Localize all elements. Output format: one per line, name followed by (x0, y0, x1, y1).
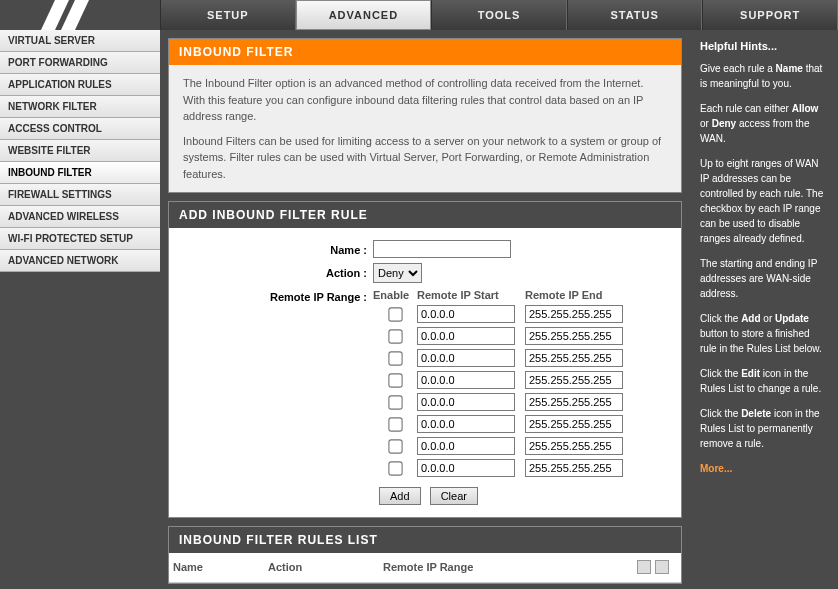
range-end-input[interactable] (525, 459, 623, 477)
sidebar-item[interactable]: VIRTUAL SERVER (0, 30, 160, 52)
range-start-input[interactable] (417, 305, 515, 323)
range-table: Enable Remote IP Start Remote IP End (373, 287, 625, 480)
tab-setup[interactable]: SETUP (160, 0, 296, 30)
sidebar-item[interactable]: WI-FI PROTECTED SETUP (0, 228, 160, 250)
range-end-input[interactable] (525, 437, 623, 455)
range-enable-checkbox[interactable] (388, 307, 402, 321)
range-row (373, 347, 625, 369)
hints-p1: Give each rule a Name that is meaningful… (700, 61, 828, 91)
range-end-input[interactable] (525, 349, 623, 367)
form-body: Name : Action : DenyAllow Remote IP Rang… (169, 228, 681, 517)
intro-text-1: The Inbound Filter option is an advanced… (183, 75, 667, 125)
add-button[interactable]: Add (379, 487, 421, 505)
hints-heading: Helpful Hints... (700, 38, 828, 55)
hints-p6: Click the Edit icon in the Rules List to… (700, 366, 828, 396)
range-row (373, 369, 625, 391)
hints-more-link[interactable]: More... (700, 463, 732, 474)
intro-heading: INBOUND FILTER (169, 39, 681, 65)
range-enable-checkbox[interactable] (388, 439, 402, 453)
range-enable-checkbox[interactable] (388, 351, 402, 365)
rules-col-name: Name (169, 553, 264, 582)
sidebar-item[interactable]: ACCESS CONTROL (0, 118, 160, 140)
range-row (373, 413, 625, 435)
range-start-input[interactable] (417, 327, 515, 345)
range-start-input[interactable] (417, 349, 515, 367)
rules-col-range: Remote IP Range (379, 553, 631, 582)
rules-table: Name Action Remote IP Range (169, 553, 681, 583)
rules-heading: INBOUND FILTER RULES LIST (169, 527, 681, 553)
range-end-input[interactable] (525, 327, 623, 345)
range-row (373, 391, 625, 413)
range-end-input[interactable] (525, 305, 623, 323)
col-enable: Enable (373, 287, 417, 304)
sidebar-item[interactable]: ADVANCED NETWORK (0, 250, 160, 272)
range-row (373, 303, 625, 325)
sidebar-item[interactable]: WEBSITE FILTER (0, 140, 160, 162)
hints-p4: The starting and ending IP addresses are… (700, 256, 828, 301)
sidebar-item[interactable]: ADVANCED WIRELESS (0, 206, 160, 228)
sidebar-item[interactable]: PORT FORWARDING (0, 52, 160, 74)
range-start-input[interactable] (417, 437, 515, 455)
range-end-input[interactable] (525, 371, 623, 389)
form-panel: ADD INBOUND FILTER RULE Name : Action : … (168, 201, 682, 518)
col-start: Remote IP Start (417, 287, 525, 304)
range-enable-checkbox[interactable] (388, 373, 402, 387)
top-bar: SETUP ADVANCED TOOLS STATUS SUPPORT (0, 0, 838, 30)
hints-p3: Up to eight ranges of WAN IP addresses c… (700, 156, 828, 246)
range-row (373, 435, 625, 457)
sidebar-item[interactable]: APPLICATION RULES (0, 74, 160, 96)
sidebar-item[interactable]: NETWORK FILTER (0, 96, 160, 118)
delete-icon[interactable] (655, 560, 669, 574)
name-label: Name : (183, 240, 373, 259)
range-start-input[interactable] (417, 459, 515, 477)
sidebar-item[interactable]: INBOUND FILTER (0, 162, 160, 184)
hints-p2: Each rule can either Allow or Deny acces… (700, 101, 828, 146)
action-select[interactable]: DenyAllow (373, 263, 422, 283)
tab-support[interactable]: SUPPORT (702, 0, 838, 30)
sidebar: VIRTUAL SERVERPORT FORWARDINGAPPLICATION… (0, 30, 160, 589)
rules-col-action: Action (264, 553, 379, 582)
action-label: Action : (183, 263, 373, 282)
col-end: Remote IP End (525, 287, 625, 304)
range-start-input[interactable] (417, 393, 515, 411)
clear-button[interactable]: Clear (430, 487, 478, 505)
range-enable-checkbox[interactable] (388, 329, 402, 343)
range-start-input[interactable] (417, 415, 515, 433)
hints-panel: Helpful Hints... Give each rule a Name t… (690, 30, 838, 589)
range-enable-checkbox[interactable] (388, 395, 402, 409)
tab-tools[interactable]: TOOLS (431, 0, 567, 30)
top-nav: SETUP ADVANCED TOOLS STATUS SUPPORT (160, 0, 838, 30)
range-enable-checkbox[interactable] (388, 461, 402, 475)
range-enable-checkbox[interactable] (388, 417, 402, 431)
hints-p7: Click the Delete icon in the Rules List … (700, 406, 828, 451)
edit-icon[interactable] (637, 560, 651, 574)
sidebar-item[interactable]: FIREWALL SETTINGS (0, 184, 160, 206)
tab-advanced[interactable]: ADVANCED (296, 0, 432, 30)
rules-panel: INBOUND FILTER RULES LIST Name Action Re… (168, 526, 682, 584)
range-end-input[interactable] (525, 393, 623, 411)
range-row (373, 457, 625, 479)
name-input[interactable] (373, 240, 511, 258)
range-end-input[interactable] (525, 415, 623, 433)
range-start-input[interactable] (417, 371, 515, 389)
intro-body: The Inbound Filter option is an advanced… (169, 65, 681, 192)
brand-logo (0, 0, 160, 30)
main-content: INBOUND FILTER The Inbound Filter option… (160, 30, 690, 589)
range-row (373, 325, 625, 347)
range-label: Remote IP Range : (183, 287, 373, 306)
hints-p5: Click the Add or Update button to store … (700, 311, 828, 356)
intro-panel: INBOUND FILTER The Inbound Filter option… (168, 38, 682, 193)
intro-text-2: Inbound Filters can be used for limiting… (183, 133, 667, 183)
button-row: Add Clear (183, 481, 667, 507)
tab-status[interactable]: STATUS (567, 0, 703, 30)
form-heading: ADD INBOUND FILTER RULE (169, 202, 681, 228)
range-header: Enable Remote IP Start Remote IP End (373, 287, 625, 304)
